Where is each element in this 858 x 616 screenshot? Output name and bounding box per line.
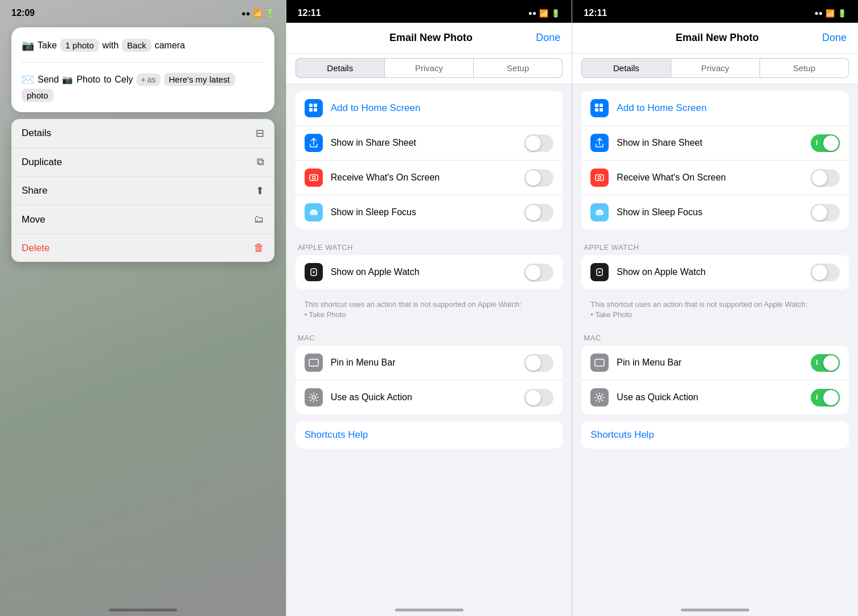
row-quickaction-2[interactable]: Use as Quick Action (295, 380, 563, 414)
status-icons-3: ●● 📶 🔋 (815, 9, 847, 18)
row-home-screen-3[interactable]: Add to Home Screen (581, 91, 849, 126)
quickaction-label-2: Use as Quick Action (331, 392, 517, 403)
photo-count-pill[interactable]: 1 photo (60, 39, 99, 52)
watch-label-2: Show on Apple Watch (331, 267, 517, 277)
sleep-label-2: Show in Sleep Focus (331, 207, 517, 217)
share-sheet-label-3: Show in Share Sheet (617, 138, 803, 148)
share-sheet-label-2: Show in Share Sheet (331, 138, 517, 148)
row-screen-2[interactable]: Receive What's On Screen (295, 161, 563, 195)
row-home-screen-2[interactable]: Add to Home Screen (295, 91, 563, 126)
tab-details-2[interactable]: Details (295, 58, 385, 78)
plus-pill[interactable]: + as (137, 73, 161, 86)
take-text: Take (38, 40, 57, 51)
toggle-quickaction-3[interactable]: I (811, 389, 840, 406)
svg-rect-12 (595, 104, 598, 107)
toggle-knob-menubar-3 (823, 355, 839, 371)
duplicate-icon: ⧉ (257, 156, 264, 168)
toggle-on-label-menubar-3: I (816, 359, 818, 367)
status-bar-2: 12:11 ●● 📶 🔋 (286, 0, 572, 23)
toggle-sleep-3[interactable] (811, 204, 840, 221)
sleep-label-3: Show in Sleep Focus (617, 207, 803, 217)
share-label: Share (22, 185, 47, 196)
share-sheet-icon-3 (590, 134, 609, 152)
menubar-icon-3 (590, 354, 609, 372)
tab-privacy-3[interactable]: Privacy (671, 58, 760, 78)
shortcuts-help-2[interactable]: Shortcuts Help (295, 421, 563, 449)
row-watch-2[interactable]: Show on Apple Watch (295, 255, 563, 289)
row-share-sheet-3[interactable]: Show in Share Sheet I (581, 126, 849, 161)
toggle-screen-2[interactable] (524, 169, 553, 187)
watch-icon-2 (305, 263, 323, 281)
tab-setup-2[interactable]: Setup (474, 58, 563, 78)
row-quickaction-3[interactable]: Use as Quick Action I (581, 380, 849, 414)
done-button-2[interactable]: Done (536, 32, 560, 44)
signal-icon-2: ●● (528, 9, 537, 17)
share-icon: ⬆ (256, 184, 264, 197)
recipient-pill[interactable]: Cely (115, 75, 133, 85)
row-watch-3[interactable]: Show on Apple Watch (581, 255, 849, 289)
settings-body-3: Add to Home Screen Show in Share Sheet I (572, 84, 858, 462)
context-item-move[interactable]: Move 🗂 (11, 206, 274, 234)
toggle-knob-sleep-3 (812, 205, 827, 220)
seg-control-3: Details Privacy Setup (572, 54, 858, 84)
camera-pill[interactable]: Back (122, 39, 151, 52)
apple-watch-section-3: APPLE WATCH Show on Apple Watch This sh (581, 236, 849, 327)
tab-privacy-2[interactable]: Privacy (385, 58, 474, 78)
apple-watch-card-3: Show on Apple Watch (581, 255, 849, 289)
toggle-menubar-2[interactable] (524, 354, 553, 372)
sleep-icon-3 (590, 203, 609, 221)
photo-tag[interactable]: photo (22, 89, 54, 102)
svg-point-9 (313, 271, 315, 273)
toggle-share-3[interactable]: I (811, 134, 840, 152)
svg-point-5 (312, 176, 315, 179)
mac-section-2: MAC Pin in Menu Bar (295, 327, 563, 414)
row-share-sheet-2[interactable]: Show in Share Sheet (295, 126, 563, 161)
row-screen-3[interactable]: Receive What's On Screen (581, 161, 849, 195)
toggle-screen-3[interactable] (811, 169, 840, 187)
row-menubar-3[interactable]: Pin in Menu Bar I (581, 346, 849, 380)
divider-row (22, 56, 264, 68)
panel-3: 12:11 ●● 📶 🔋 Email New Photo Done Detail… (572, 0, 858, 616)
watch-subtext-2: This shortcut uses an action that is not… (295, 296, 563, 327)
home-screen-label-2: Add to Home Screen (331, 102, 554, 114)
subject-pill[interactable]: Here's my latest (164, 73, 235, 86)
row-sleep-3[interactable]: Show in Sleep Focus (581, 195, 849, 229)
toggle-menubar-3[interactable]: I (811, 354, 840, 372)
status-bar-1: 12:09 ●● 📶 🔋 (0, 0, 286, 22)
toggle-quickaction-2[interactable] (524, 389, 553, 406)
shortcuts-help-3[interactable]: Shortcuts Help (581, 421, 849, 449)
svg-rect-0 (309, 104, 313, 107)
context-item-delete[interactable]: Delete 🗑 (11, 234, 274, 262)
send-text: Send (38, 75, 59, 85)
toggle-knob-screen-3 (812, 170, 827, 186)
toggle-share-2[interactable] (524, 134, 553, 152)
photo-pill[interactable]: Photo (76, 75, 100, 85)
home-screen-label-3: Add to Home Screen (617, 102, 840, 114)
toggle-watch-2[interactable] (524, 264, 553, 281)
row-sleep-2[interactable]: Show in Sleep Focus (295, 195, 563, 229)
signal-icon-1: ●● (241, 9, 251, 18)
context-item-details[interactable]: Details ⊟ (11, 119, 274, 148)
svg-rect-3 (314, 108, 317, 112)
panel-2: 12:11 ●● 📶 🔋 Email New Photo Done Detail… (286, 0, 572, 616)
apple-watch-card-2: Show on Apple Watch (295, 255, 563, 289)
toggle-sleep-2[interactable] (524, 204, 553, 221)
tab-details-3[interactable]: Details (581, 58, 671, 78)
row-menubar-2[interactable]: Pin in Menu Bar (295, 346, 563, 380)
svg-point-23 (598, 396, 601, 399)
sheet-title-3: Email New Photo (676, 32, 759, 44)
toggle-on-label-share-3: I (816, 139, 818, 147)
done-button-3[interactable]: Done (822, 32, 847, 44)
sleep-icon-2 (305, 203, 323, 221)
context-item-share[interactable]: Share ⬆ (11, 176, 274, 206)
toggle-knob-watch-3 (812, 265, 827, 280)
toggle-knob-share-2 (526, 135, 541, 151)
with-text: with (102, 40, 118, 51)
seg-control-2: Details Privacy Setup (286, 54, 572, 84)
tab-setup-3[interactable]: Setup (760, 58, 849, 78)
svg-rect-19 (597, 210, 602, 212)
toggle-watch-3[interactable] (811, 264, 840, 281)
panel-1: 12:09 ●● 📶 🔋 📷 Take 1 photo with Back ca… (0, 0, 286, 616)
context-item-duplicate[interactable]: Duplicate ⧉ (11, 148, 274, 176)
battery-icon-3: 🔋 (838, 9, 847, 18)
